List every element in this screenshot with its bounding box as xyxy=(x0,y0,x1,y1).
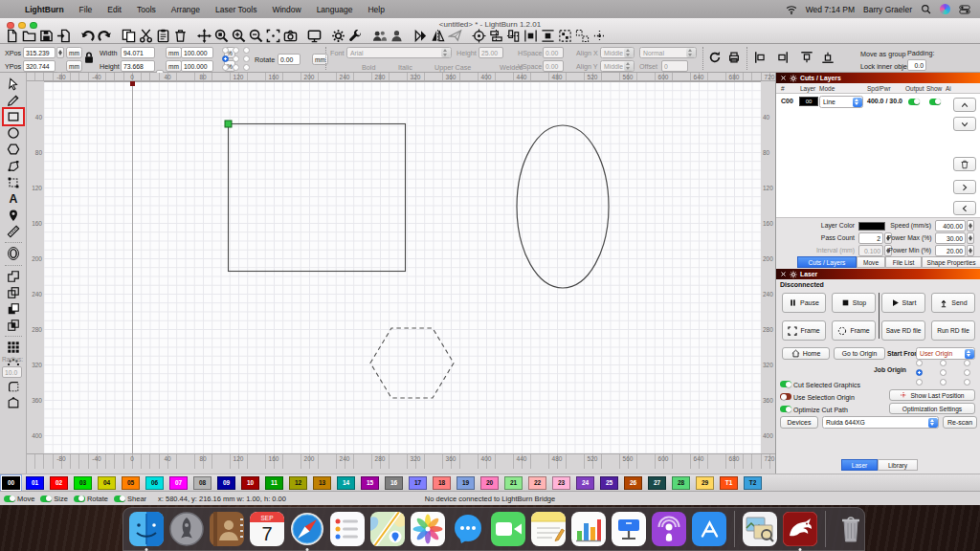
palette-swatch-09[interactable]: 09 xyxy=(217,476,235,490)
palette-swatch-T2[interactable]: T2 xyxy=(744,476,762,490)
layer-color-swatch[interactable]: 00 xyxy=(799,97,818,106)
font-dropdown[interactable]: Arial xyxy=(346,47,452,58)
palette-swatch-06[interactable]: 06 xyxy=(145,476,164,490)
palette-swatch-18[interactable]: 18 xyxy=(433,476,451,490)
anchor-dot-0-1[interactable] xyxy=(233,47,239,54)
chev-right-button[interactable] xyxy=(953,180,976,194)
close-icon[interactable] xyxy=(779,271,787,278)
palette-swatch-20[interactable]: 20 xyxy=(480,476,499,490)
tool-grid-array-button[interactable] xyxy=(3,340,24,356)
palette-swatch-05[interactable]: 05 xyxy=(122,476,140,490)
vspace-input[interactable]: 0.00 xyxy=(543,60,564,72)
power-max-input[interactable]: 30.00 xyxy=(935,232,966,244)
optimization-settings-button[interactable]: Optimization Settings xyxy=(889,403,975,414)
new-file-button[interactable] xyxy=(3,28,20,43)
align-x-dropdown[interactable]: Middle xyxy=(600,47,635,58)
menu-item-tools[interactable]: Tools xyxy=(129,5,164,14)
use-selection-origin-toggle[interactable] xyxy=(780,393,791,400)
status-toggle-move[interactable]: Move xyxy=(4,495,34,503)
palette-swatch-29[interactable]: 29 xyxy=(696,476,714,490)
palette-swatch-22[interactable]: 22 xyxy=(528,476,546,490)
tool-shape-edit-button[interactable] xyxy=(3,174,24,190)
dock-app-podcasts[interactable] xyxy=(651,511,687,547)
menu-item-edit[interactable]: Edit xyxy=(100,5,129,14)
menu-user[interactable]: Barry Graeler xyxy=(863,5,912,14)
palette-swatch-21[interactable]: 21 xyxy=(504,476,523,490)
tool-subtract-button[interactable] xyxy=(3,300,24,317)
palette-swatch-25[interactable]: 25 xyxy=(600,476,618,490)
tab-file-list[interactable]: File List xyxy=(885,256,922,268)
undo-button[interactable] xyxy=(78,28,96,43)
print-icon[interactable] xyxy=(727,52,741,63)
import-file-button[interactable] xyxy=(55,28,72,43)
anchor-dot-1-2[interactable] xyxy=(243,55,250,62)
job-origin-radio-0-1[interactable] xyxy=(940,360,947,366)
position-dots-button[interactable] xyxy=(590,28,608,43)
dock-app-numbers[interactable] xyxy=(570,511,607,547)
job-origin-radio-2-0[interactable] xyxy=(916,379,923,386)
menu-item-laser-tools[interactable]: Laser Tools xyxy=(208,5,264,14)
speed-input[interactable]: 400.00 xyxy=(935,220,966,231)
tab-laser[interactable]: Laser xyxy=(841,459,878,471)
show-last-position-button[interactable]: Show Last Position xyxy=(889,389,975,401)
canvas-hexagon-shape[interactable] xyxy=(370,328,454,398)
optimize-cut-path-toggle[interactable] xyxy=(780,406,791,412)
distribute-vertical-button[interactable] xyxy=(539,28,556,43)
redo-button[interactable] xyxy=(96,28,113,43)
canvas-grid[interactable] xyxy=(44,81,761,453)
job-origin-radio-1-0[interactable] xyxy=(916,369,923,376)
camera-capture-button[interactable] xyxy=(281,28,299,43)
zoom-to-page-button[interactable] xyxy=(212,28,230,43)
dock-app-lightburn[interactable] xyxy=(782,511,818,547)
dock-app-safari[interactable] xyxy=(289,511,325,547)
tab-move[interactable]: Move xyxy=(857,256,885,268)
dock-app-photos[interactable] xyxy=(410,511,446,547)
status-toggle-shear[interactable]: Shear xyxy=(114,495,146,503)
palette-swatch-24[interactable]: 24 xyxy=(576,476,594,490)
height-unit-button[interactable]: mm xyxy=(166,60,182,72)
menu-item-lightburn[interactable]: LightBurn xyxy=(17,5,72,14)
menu-item-help[interactable]: Help xyxy=(360,5,391,14)
send-button[interactable]: Send xyxy=(931,293,975,313)
palette-swatch-15[interactable]: 15 xyxy=(361,476,379,490)
frame-circle-button[interactable]: Frame xyxy=(832,320,876,341)
canvas-rectangle-shape[interactable] xyxy=(229,124,406,272)
start-from-dropdown[interactable]: User Origin xyxy=(916,347,975,360)
chev-up-button[interactable] xyxy=(953,98,976,112)
align-horizontal-button[interactable] xyxy=(487,28,504,43)
anchor-dot-0-0[interactable] xyxy=(222,47,229,54)
dock-app-reminders[interactable] xyxy=(329,511,366,547)
menu-item-arrange[interactable]: Arrange xyxy=(164,5,208,14)
dock-app-appstore[interactable] xyxy=(691,511,727,547)
power-min-stepper[interactable] xyxy=(967,245,974,256)
canvas-ellipse-shape[interactable] xyxy=(517,125,609,288)
menu-item-file[interactable]: File xyxy=(72,5,100,14)
layer-color-value[interactable] xyxy=(858,222,885,231)
start-here-button[interactable] xyxy=(412,28,429,43)
tool-offset-button[interactable] xyxy=(3,246,24,262)
dock-app-notes[interactable] xyxy=(530,511,567,547)
layer-show-toggle[interactable] xyxy=(929,99,941,105)
tool-polygon-button[interactable] xyxy=(3,142,24,158)
tool-select-button[interactable] xyxy=(3,76,24,92)
tool-ellipse-button[interactable] xyxy=(3,125,24,142)
start-button[interactable]: Start xyxy=(881,293,925,313)
dock-app-preview[interactable] xyxy=(742,511,778,547)
push-down-icon[interactable] xyxy=(821,52,835,63)
text-style-dropdown[interactable]: Normal xyxy=(639,47,697,58)
height-input[interactable]: 73.668 xyxy=(121,60,155,72)
anchor-dot-0-2[interactable] xyxy=(243,47,250,54)
anchor-dot-1-0[interactable] xyxy=(222,55,229,62)
aspect-lock-icon[interactable] xyxy=(82,52,96,63)
job-origin-radio-2-2[interactable] xyxy=(964,379,970,386)
interval-input[interactable]: 0.100 xyxy=(858,245,883,256)
go-to-origin-button[interactable]: Go to Origin xyxy=(834,347,885,360)
open-file-button[interactable] xyxy=(20,28,37,43)
job-origin-radio-1-2[interactable] xyxy=(964,369,970,376)
padding-input[interactable]: 0.0 xyxy=(907,59,926,71)
dock-app-facetime[interactable] xyxy=(490,511,526,547)
push-right-icon[interactable] xyxy=(775,52,789,63)
tab-shape-properties[interactable]: Shape Properties xyxy=(922,256,980,268)
siri-icon[interactable] xyxy=(940,4,950,14)
tool-corner1-button[interactable] xyxy=(3,378,24,394)
